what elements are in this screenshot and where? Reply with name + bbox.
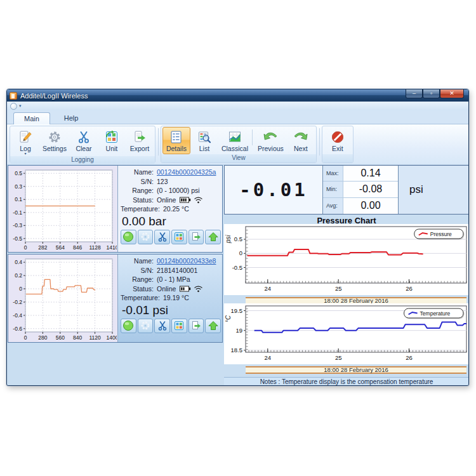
sensor-settings-button[interactable]	[138, 230, 154, 244]
close-button[interactable]: ✕	[440, 89, 464, 98]
ribbon-tabs: Main Help	[7, 110, 468, 124]
seven-segment-display: -0.01	[225, 166, 323, 214]
min-label: Min:	[323, 182, 343, 197]
sensor-upload-button[interactable]	[205, 230, 221, 244]
green-ball-icon	[122, 231, 134, 242]
svg-text:0: 0	[24, 244, 27, 251]
tab-main[interactable]: Main	[13, 112, 50, 124]
svg-text:-0.3: -0.3	[13, 222, 22, 228]
sensor-reading: 0.00 bar	[122, 215, 221, 228]
temperature-label: Temperature:	[121, 294, 160, 301]
svg-text:0.2: 0.2	[15, 272, 22, 279]
sensor-clear-button[interactable]	[154, 230, 170, 244]
sensor-unit-button[interactable]	[171, 230, 187, 244]
export-icon	[190, 231, 202, 242]
name-label: Name:	[121, 257, 154, 265]
log-button[interactable]: Log ▾	[11, 127, 39, 156]
previous-button[interactable]: Previous	[255, 127, 287, 154]
sensor-clear-button[interactable]	[154, 319, 170, 333]
ribbon-separator	[252, 129, 253, 145]
sensor-range: (0 - 1) MPa	[157, 275, 190, 283]
sensor-toolbar	[121, 230, 221, 244]
battery-icon	[180, 286, 191, 292]
details-button[interactable]: Details	[162, 127, 190, 154]
settings-label: Settings	[43, 145, 67, 152]
unit-button[interactable]: Unit	[98, 127, 126, 156]
exit-button[interactable]: Exit	[324, 127, 352, 154]
sensor-log-button[interactable]	[121, 319, 136, 333]
app-icon	[10, 92, 17, 100]
settings-button[interactable]: Settings	[39, 127, 70, 156]
svg-text:Temperature: Temperature	[420, 310, 451, 317]
svg-text:25: 25	[335, 285, 342, 292]
maximize-button[interactable]: ▫	[423, 89, 440, 98]
svg-text:18.5: 18.5	[231, 347, 243, 354]
sensor-name-link[interactable]: 00124b00020433e8	[157, 257, 216, 265]
sensor-sn: 123	[157, 178, 168, 185]
sn-label: S/N:	[121, 267, 154, 274]
classical-button[interactable]: Classical	[218, 127, 251, 154]
titlebar[interactable]: Additel/LogII Wireless – ▫ ✕	[7, 89, 468, 102]
tab-help[interactable]: Help	[55, 112, 87, 124]
pressure-chart: 0.50-0.5242526Pressurepsi	[224, 224, 468, 295]
range-label: Range:	[121, 187, 154, 194]
classical-label: Classical	[221, 145, 248, 152]
svg-text:840: 840	[73, 334, 82, 341]
svg-text:0.4: 0.4	[15, 259, 22, 265]
svg-text:1400: 1400	[107, 334, 117, 341]
sensor-sn: 21814140001	[157, 267, 197, 274]
sensor-2-mini-chart: 0.40.20-0.2-0.4-0.6028056084011201400	[9, 255, 117, 341]
sensor-export-button[interactable]	[188, 319, 204, 333]
clear-label: Clear	[73, 145, 95, 152]
export-button[interactable]: Export	[126, 127, 154, 156]
clear-button[interactable]: Clear	[70, 127, 98, 156]
svg-text:-0.6: -0.6	[13, 326, 22, 332]
svg-text:280: 280	[38, 334, 47, 341]
sensor-log-button[interactable]	[121, 230, 136, 244]
sensor-export-button[interactable]	[188, 230, 204, 244]
avg-value: 0.00	[343, 198, 398, 214]
unit-grid-icon	[173, 231, 185, 242]
list-button[interactable]: List	[190, 127, 218, 154]
previous-label: Previous	[258, 145, 284, 152]
app-menu-button[interactable]	[10, 103, 17, 110]
svg-text:0.3: 0.3	[15, 183, 22, 190]
sensor-name-link[interactable]: 00124b000204325a	[157, 168, 216, 176]
sensor-2-chart-zone: 0.40.20-0.2-0.4-0.6028056084011201400	[8, 255, 117, 342]
temperature-date-scrollbar[interactable]: 18:00 28 February 2016	[246, 366, 466, 374]
sensor-upload-button[interactable]	[205, 319, 221, 333]
notes-bar: Notes : Temperature display is the compe…	[224, 377, 468, 385]
group-label-view: View	[161, 154, 316, 162]
sensor-panel-1[interactable]: 0.50.30.1-0.1-0.3-0.5028256484611281410 …	[8, 165, 223, 253]
arrow-up-icon	[208, 320, 219, 331]
quick-access-toolbar: ▾	[7, 102, 468, 110]
status-label: Status:	[121, 285, 154, 293]
details-icon	[166, 129, 187, 145]
arrow-up-icon	[208, 231, 219, 242]
wifi-icon	[194, 196, 203, 204]
green-ball-icon	[122, 320, 134, 331]
unit-value: psi	[398, 166, 468, 214]
temperature-label: Temperature:	[121, 205, 160, 213]
log-dropdown-arrow[interactable]: ▾	[15, 152, 36, 155]
chevron-down-icon[interactable]: ▾	[19, 103, 22, 109]
svg-text:-0.2: -0.2	[13, 299, 22, 305]
svg-text:25: 25	[335, 354, 342, 361]
sensor-reading: -0.01 psi	[122, 303, 221, 317]
exit-label: Exit	[327, 145, 348, 152]
svg-text:1128: 1128	[89, 244, 101, 251]
sensor-settings-button[interactable]	[138, 319, 154, 333]
export-icon	[129, 129, 150, 145]
avg-label: Avg:	[323, 198, 343, 214]
log-icon	[15, 129, 36, 145]
sensor-unit-button[interactable]	[171, 319, 187, 333]
sensor-panel-2[interactable]: 0.40.20-0.2-0.4-0.6028056084011201400 Na…	[8, 254, 223, 343]
svg-text:24: 24	[265, 285, 272, 292]
svg-text:psi: psi	[225, 234, 232, 244]
unit-grid-icon	[173, 320, 185, 331]
minimize-button[interactable]: –	[406, 89, 423, 98]
svg-text:560: 560	[56, 334, 65, 341]
svg-text:1410: 1410	[107, 244, 117, 251]
sensor-2-info: Name:00124b00020433e8 S/N:21814140001 Ra…	[117, 255, 222, 342]
next-button[interactable]: Next	[287, 127, 315, 154]
